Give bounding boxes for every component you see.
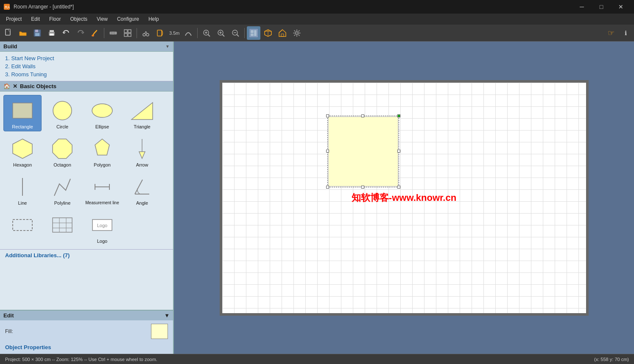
octagon-label: Octagon: [53, 162, 71, 167]
main-layout: Build ▼ 1. Start New Project 2. Edit Wal…: [0, 42, 634, 354]
minimize-button[interactable]: ─: [572, 0, 592, 14]
obj-polygon[interactable]: Polygon: [83, 133, 121, 169]
obj-triangle[interactable]: Triangle: [123, 95, 161, 131]
ellipse-label: Ellipse: [95, 124, 109, 129]
svg-rect-38: [251, 33, 254, 36]
menu-view[interactable]: View: [92, 15, 112, 23]
svg-rect-3: [8, 29, 10, 31]
basic-objects-collapse-icon: ✕: [13, 83, 17, 89]
circle-shape: [50, 98, 75, 123]
measure-button[interactable]: [106, 26, 120, 40]
obj-ellipse[interactable]: Ellipse: [83, 95, 121, 131]
menu-edit[interactable]: Edit: [27, 15, 44, 23]
edit-arrow: ▼: [164, 312, 170, 319]
svg-rect-19: [128, 33, 131, 36]
3d-box-button[interactable]: [261, 26, 275, 40]
obj-angle[interactable]: Angle: [123, 171, 161, 208]
obj-circle[interactable]: Circle: [43, 95, 81, 131]
svg-rect-5: [35, 30, 38, 32]
octagon-shape: [50, 136, 75, 161]
svg-line-30: [222, 34, 224, 36]
new-button[interactable]: [2, 26, 15, 40]
save-button[interactable]: [31, 26, 44, 40]
zoom-fit-button[interactable]: [200, 26, 213, 40]
svg-line-58: [135, 180, 142, 194]
obj-rectangle[interactable]: Rectangle: [3, 95, 42, 131]
2d-view-button[interactable]: [247, 26, 260, 40]
cursor-button[interactable]: ☞: [604, 26, 618, 40]
obj-octagon[interactable]: Octagon: [43, 133, 81, 169]
zoom-in-button[interactable]: [214, 26, 228, 40]
svg-point-45: [53, 101, 72, 120]
additional-libraries: Additional Libraries... (7): [0, 249, 173, 261]
hexagon-label: Hexagon: [13, 162, 32, 167]
obj-arrow[interactable]: Arrow: [123, 133, 161, 169]
menu-project[interactable]: Project: [2, 15, 26, 23]
obj-measurement[interactable]: Measurement line: [83, 171, 121, 208]
svg-rect-60: [53, 218, 72, 232]
placed-object[interactable]: [328, 117, 398, 186]
basic-objects-header: 🏠 ✕ Basic Objects: [0, 81, 173, 92]
hexagon-shape: [10, 136, 35, 161]
obj-line[interactable]: Line: [3, 171, 42, 208]
grid-button[interactable]: [121, 26, 134, 40]
menu-help[interactable]: Help: [144, 15, 163, 23]
house-icon: 🏠: [3, 83, 10, 89]
svg-rect-39: [254, 30, 257, 36]
open-button[interactable]: [16, 26, 30, 40]
scissors-button[interactable]: [139, 26, 153, 40]
maximize-button[interactable]: □: [592, 0, 611, 14]
obj-logo[interactable]: Logo Logo: [83, 209, 121, 246]
menu-configure[interactable]: Configure: [113, 15, 143, 23]
angle-label: Angle: [136, 200, 148, 206]
build-arrow: ▼: [165, 44, 170, 49]
room-canvas[interactable]: 知软博客-www.knowr.cn: [220, 80, 589, 316]
objects-grid-wrapper: Rectangle Circle Ellipse: [0, 92, 173, 310]
triangle-shape: [129, 98, 155, 123]
window-controls: ─ □ ✕: [572, 0, 631, 14]
menu-objects[interactable]: Objects: [66, 15, 92, 23]
svg-point-10: [92, 35, 94, 36]
obj-table[interactable]: [43, 209, 81, 246]
info-button[interactable]: ℹ: [619, 26, 632, 40]
step-3[interactable]: 3. Rooms Tuning: [5, 70, 168, 78]
obj-hexagon[interactable]: Hexagon: [3, 133, 42, 169]
svg-rect-42: [281, 34, 284, 36]
curve-button[interactable]: [182, 26, 195, 40]
build-header: Build ▼: [0, 42, 173, 52]
settings-button[interactable]: [290, 26, 304, 40]
fill-color-swatch[interactable]: [151, 324, 168, 339]
obj-dashed-rect[interactable]: [3, 209, 42, 246]
obj-polyline[interactable]: Polyline: [43, 171, 81, 208]
rectangle-shape: [10, 98, 35, 123]
polygon-shape: [89, 136, 115, 161]
menu-floor[interactable]: Floor: [45, 15, 65, 23]
svg-text:Logo: Logo: [97, 223, 107, 228]
svg-rect-6: [35, 33, 39, 36]
house-view-button[interactable]: [276, 26, 289, 40]
svg-text:RA: RA: [5, 5, 10, 9]
close-button[interactable]: ✕: [611, 0, 631, 14]
undo-button[interactable]: [59, 26, 73, 40]
add-door-button[interactable]: [154, 26, 167, 40]
step-2[interactable]: 2. Edit Walls: [5, 62, 168, 70]
canvas-area[interactable]: 知软博客-www.knowr.cn: [174, 42, 634, 354]
svg-point-43: [296, 32, 298, 34]
svg-marker-47: [131, 103, 153, 119]
step-1[interactable]: 1. Start New Project: [5, 54, 168, 62]
fill-label: Fill:: [5, 328, 13, 334]
toolbar: 3.5m ☞ ℹ: [0, 25, 634, 42]
svg-rect-16: [124, 30, 127, 33]
additional-libraries-link[interactable]: Additional Libraries... (7): [5, 252, 70, 258]
print-button[interactable]: [45, 26, 59, 40]
object-properties-link[interactable]: Object Properties: [0, 342, 173, 354]
paintbrush-button[interactable]: [88, 26, 102, 40]
svg-marker-50: [95, 139, 109, 155]
zoom-out-button[interactable]: [229, 26, 242, 40]
svg-marker-49: [53, 139, 72, 158]
redo-button[interactable]: [74, 26, 87, 40]
svg-rect-24: [157, 30, 162, 36]
statusbar: Project: 500 × 300 cm -- Zoom: 125% -- U…: [0, 354, 634, 364]
angle-shape: [129, 174, 155, 200]
svg-rect-18: [124, 33, 127, 36]
